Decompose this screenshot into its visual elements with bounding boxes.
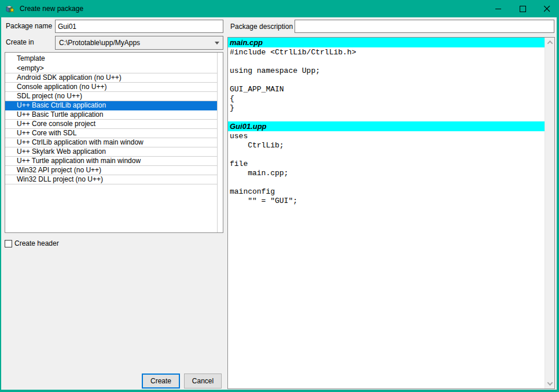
maximize-button[interactable] (510, 0, 535, 17)
chevron-down-icon (547, 380, 553, 386)
close-button[interactable] (535, 0, 559, 17)
preview-file-code: uses CtrlLib; file main.cpp; mainconfig … (228, 131, 545, 206)
cancel-button[interactable]: Cancel (184, 373, 222, 389)
template-list-item[interactable]: Win32 DLL project (no U++) (5, 175, 217, 184)
scroll-up-button[interactable] (545, 38, 555, 47)
template-list-rows: <empty>Android SDK application (no U++)C… (5, 64, 223, 184)
template-list-item[interactable]: U++ Turtle application with main window (5, 157, 217, 166)
preview-content: main.cpp#include <CtrlLib/CtrlLib.h> usi… (228, 38, 545, 389)
package-description-input[interactable] (295, 20, 554, 33)
template-list-item[interactable]: Console application (no U++) (5, 83, 217, 92)
minimize-button[interactable] (486, 0, 510, 17)
template-list-item[interactable]: U++ Basic CtrlLib application (5, 101, 217, 110)
new-package-icon[interactable] (6, 4, 15, 13)
template-list-item[interactable]: SDL project (no U++) (5, 92, 217, 101)
template-list: Template <empty>Android SDK application … (5, 52, 223, 233)
minimize-icon (495, 6, 502, 12)
template-list-item[interactable]: <empty> (5, 64, 217, 73)
chevron-up-icon (547, 40, 553, 46)
create-in-label: Create in (6, 38, 34, 46)
template-list-item[interactable]: Win32 API project (no U++) (5, 166, 217, 175)
preview-file-header: main.cpp (228, 38, 545, 47)
create-new-package-dialog: Create new package Package name Package … (0, 0, 559, 392)
close-icon (544, 6, 550, 12)
title-bar: Create new package (0, 0, 559, 17)
package-description-label: Package description (230, 23, 293, 31)
preview-file-header: Gui01.upp (228, 121, 545, 131)
create-header-option[interactable]: Create header (5, 239, 59, 248)
preview-scrollbar[interactable] (545, 38, 554, 389)
create-header-label: Create header (14, 239, 59, 247)
create-in-value: C:\Prototable\upp/MyApps (59, 39, 215, 47)
window-title: Create new package (20, 5, 83, 13)
create-button[interactable]: Create (142, 373, 180, 389)
template-list-header[interactable]: Template (5, 53, 223, 64)
package-name-label: Package name (6, 22, 52, 30)
template-list-item[interactable]: U++ CtrlLib application with main window (5, 138, 217, 147)
create-in-combobox[interactable]: C:\Prototable\upp/MyApps (55, 36, 223, 50)
template-list-item[interactable]: U++ Core with SDL (5, 129, 217, 138)
template-list-item[interactable]: U++ Basic Turtle application (5, 110, 217, 120)
combobox-dropdown-icon (215, 42, 219, 45)
scroll-down-button[interactable] (545, 379, 555, 389)
template-list-item[interactable]: Android SDK application (no U++) (5, 73, 217, 83)
preview-file-code: #include <CtrlLib/CtrlLib.h> using names… (228, 47, 545, 121)
template-list-item[interactable]: U++ Core console project (5, 120, 217, 129)
template-list-gridline (217, 53, 218, 232)
package-name-input[interactable] (55, 20, 223, 33)
create-header-checkbox[interactable] (5, 240, 12, 247)
package-preview-panel: main.cpp#include <CtrlLib/CtrlLib.h> usi… (227, 37, 555, 389)
maximize-icon (520, 6, 526, 12)
template-list-item[interactable]: U++ Skylark Web application (5, 147, 217, 157)
